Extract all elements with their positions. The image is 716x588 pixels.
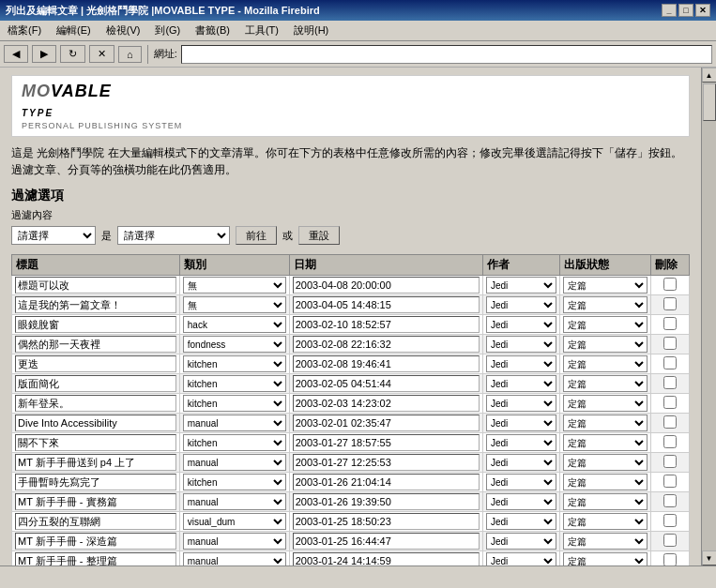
status-select[interactable]: 定篇草稿 xyxy=(563,415,647,431)
title-input[interactable] xyxy=(15,355,176,372)
category-select[interactable]: 無hackfondnesskitchenmanualvisual_dum xyxy=(183,375,286,392)
titlebar-controls[interactable]: _ □ ✕ xyxy=(662,4,710,17)
author-select[interactable]: Jedi xyxy=(486,316,557,333)
delete-checkbox[interactable] xyxy=(663,356,677,369)
delete-checkbox[interactable] xyxy=(663,376,677,389)
category-select[interactable]: 無hackfondnesskitchenmanualvisual_dum xyxy=(183,552,286,565)
status-select[interactable]: 定篇草稿 xyxy=(563,552,647,565)
date-input[interactable] xyxy=(293,513,480,530)
status-select[interactable]: 定篇草稿 xyxy=(563,454,647,471)
author-select[interactable]: Jedi xyxy=(486,513,557,530)
date-input[interactable] xyxy=(293,454,480,471)
delete-checkbox[interactable] xyxy=(663,317,677,330)
status-select[interactable]: 定篇草稿 xyxy=(563,277,647,294)
delete-checkbox[interactable] xyxy=(663,494,677,507)
title-input[interactable] xyxy=(15,493,176,510)
author-select[interactable]: Jedi xyxy=(486,277,557,294)
menu-file[interactable]: 檔案(F) xyxy=(4,23,45,38)
delete-checkbox[interactable] xyxy=(663,415,677,429)
author-select[interactable]: Jedi xyxy=(486,296,557,313)
address-input[interactable] xyxy=(181,45,712,64)
title-input[interactable] xyxy=(15,434,176,451)
date-input[interactable] xyxy=(293,336,480,353)
date-input[interactable] xyxy=(293,395,480,412)
status-select[interactable]: 定篇草稿 xyxy=(563,336,647,353)
menu-help[interactable]: 說明(H) xyxy=(290,23,332,38)
menu-tools[interactable]: 工具(T) xyxy=(241,23,282,38)
category-select[interactable]: 無hackfondnesskitchenmanualvisual_dum xyxy=(183,434,286,451)
menu-edit[interactable]: 編輯(E) xyxy=(53,23,95,38)
category-select[interactable]: 無hackfondnesskitchenmanualvisual_dum xyxy=(183,277,286,294)
delete-checkbox[interactable] xyxy=(663,337,677,350)
menu-bookmarks[interactable]: 書籤(B) xyxy=(191,23,234,38)
forward-button[interactable]: ▶ xyxy=(32,45,56,63)
date-input[interactable] xyxy=(293,375,480,392)
category-select[interactable]: 無hackfondnesskitchenmanualvisual_dum xyxy=(183,415,286,431)
filter-select-1[interactable]: 請選擇 xyxy=(11,226,96,245)
delete-checkbox[interactable] xyxy=(663,278,677,291)
author-select[interactable]: Jedi xyxy=(486,434,557,451)
date-input[interactable] xyxy=(293,277,480,294)
delete-checkbox[interactable] xyxy=(663,475,677,488)
author-select[interactable]: Jedi xyxy=(486,355,557,372)
close-button[interactable]: ✕ xyxy=(695,4,710,17)
author-select[interactable]: Jedi xyxy=(486,415,557,431)
status-select[interactable]: 定篇草稿 xyxy=(563,296,647,313)
title-input[interactable] xyxy=(15,316,176,333)
maximize-button[interactable]: □ xyxy=(678,4,693,17)
menu-go[interactable]: 到(G) xyxy=(151,23,184,38)
status-select[interactable]: 定篇草稿 xyxy=(563,316,647,333)
scroll-down-button[interactable]: ▼ xyxy=(702,550,717,565)
delete-checkbox[interactable] xyxy=(663,534,677,547)
category-select[interactable]: 無hackfondnesskitchenmanualvisual_dum xyxy=(183,493,286,510)
filter-reset-button[interactable]: 重設 xyxy=(298,226,340,245)
delete-checkbox[interactable] xyxy=(663,396,677,409)
title-input[interactable] xyxy=(15,395,176,412)
category-select[interactable]: 無hackfondnesskitchenmanualvisual_dum xyxy=(183,454,286,471)
author-select[interactable]: Jedi xyxy=(486,493,557,510)
date-input[interactable] xyxy=(293,355,480,372)
title-input[interactable] xyxy=(15,533,176,550)
author-select[interactable]: Jedi xyxy=(486,552,557,565)
category-select[interactable]: 無hackfondnesskitchenmanualvisual_dum xyxy=(183,296,286,313)
status-select[interactable]: 定篇草稿 xyxy=(563,513,647,530)
author-select[interactable]: Jedi xyxy=(486,533,557,550)
author-select[interactable]: Jedi xyxy=(486,336,557,353)
title-input[interactable] xyxy=(15,277,176,294)
title-input[interactable] xyxy=(15,375,176,392)
author-select[interactable]: Jedi xyxy=(486,474,557,490)
delete-checkbox[interactable] xyxy=(663,297,677,310)
delete-checkbox[interactable] xyxy=(663,553,677,565)
title-input[interactable] xyxy=(15,415,176,431)
status-select[interactable]: 定篇草稿 xyxy=(563,395,647,412)
scrollbar-track[interactable] xyxy=(702,83,717,550)
title-input[interactable] xyxy=(15,336,176,353)
filter-select-2[interactable]: 請選擇 xyxy=(117,226,230,245)
status-select[interactable]: 定篇草稿 xyxy=(563,375,647,392)
category-select[interactable]: 無hackfondnesskitchenmanualvisual_dum xyxy=(183,336,286,353)
status-select[interactable]: 定篇草稿 xyxy=(563,474,647,490)
minimize-button[interactable]: _ xyxy=(662,4,677,17)
title-input[interactable] xyxy=(15,296,176,313)
author-select[interactable]: Jedi xyxy=(486,375,557,392)
delete-checkbox[interactable] xyxy=(663,455,677,468)
reload-button[interactable]: ↻ xyxy=(60,45,85,63)
category-select[interactable]: 無hackfondnesskitchenmanualvisual_dum xyxy=(183,395,286,412)
delete-checkbox[interactable] xyxy=(663,514,677,527)
status-select[interactable]: 定篇草稿 xyxy=(563,533,647,550)
date-input[interactable] xyxy=(293,533,480,550)
date-input[interactable] xyxy=(293,474,480,490)
category-select[interactable]: 無hackfondnesskitchenmanualvisual_dum xyxy=(183,513,286,530)
date-input[interactable] xyxy=(293,415,480,431)
scrollbar-thumb[interactable] xyxy=(703,83,716,121)
scroll-up-button[interactable]: ▲ xyxy=(702,68,717,83)
title-input[interactable] xyxy=(15,454,176,471)
category-select[interactable]: 無hackfondnesskitchenmanualvisual_dum xyxy=(183,533,286,550)
date-input[interactable] xyxy=(293,434,480,451)
author-select[interactable]: Jedi xyxy=(486,454,557,471)
title-input[interactable] xyxy=(15,513,176,530)
date-input[interactable] xyxy=(293,316,480,333)
category-select[interactable]: 無hackfondnesskitchenmanualvisual_dum xyxy=(183,474,286,490)
menu-view[interactable]: 檢視(V) xyxy=(102,23,145,38)
home-button[interactable]: ⌂ xyxy=(118,46,142,63)
